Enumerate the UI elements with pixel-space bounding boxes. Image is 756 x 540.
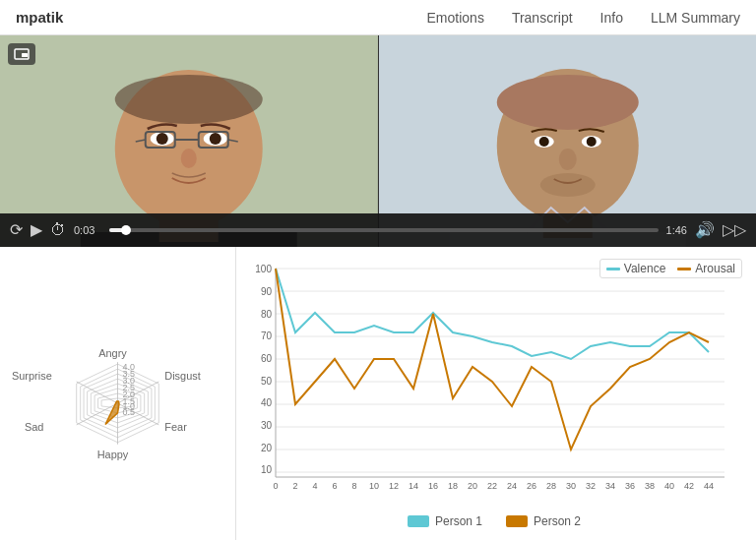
svg-text:2: 2 — [292, 481, 297, 491]
svg-text:100: 100 — [255, 264, 272, 274]
legend-arousal: Arousal — [677, 262, 735, 275]
person2-color-box — [506, 515, 528, 527]
svg-text:24: 24 — [507, 481, 517, 491]
svg-text:Surprise: Surprise — [12, 370, 52, 382]
progress-fill — [109, 228, 126, 232]
person-legend: Person 1 Person 2 — [244, 514, 744, 528]
app-logo: mpatik — [16, 9, 63, 26]
svg-text:36: 36 — [625, 481, 635, 491]
header: mpatik Emotions Transcript Info LLM Summ… — [0, 0, 756, 35]
svg-point-9 — [157, 133, 168, 145]
svg-text:40: 40 — [664, 481, 674, 491]
progress-thumb — [121, 225, 131, 235]
svg-text:44: 44 — [704, 481, 714, 491]
svg-text:90: 90 — [261, 286, 273, 297]
legend-person1: Person 1 — [408, 514, 482, 528]
person1-color-box — [408, 515, 429, 527]
svg-text:70: 70 — [261, 330, 273, 341]
svg-point-16 — [181, 149, 197, 168]
svg-text:30: 30 — [261, 420, 273, 431]
svg-text:Fear: Fear — [164, 421, 187, 433]
valence-label: Valence — [624, 262, 665, 275]
svg-text:Angry: Angry — [98, 347, 127, 359]
svg-point-24 — [496, 75, 638, 130]
svg-text:22: 22 — [487, 481, 497, 491]
svg-point-30 — [539, 173, 595, 197]
svg-text:28: 28 — [546, 481, 556, 491]
legend-valence: Valence — [606, 262, 665, 275]
svg-point-27 — [538, 137, 548, 147]
progress-bar[interactable] — [109, 228, 659, 232]
svg-text:14: 14 — [409, 481, 418, 491]
svg-text:26: 26 — [527, 481, 536, 491]
svg-text:20: 20 — [261, 443, 273, 453]
svg-text:4: 4 — [312, 481, 317, 491]
bottom-panels: 4.0 3.5 3.0 2.5 2.0 1.5 1.0 0.5 Angry Di… — [0, 247, 756, 540]
fullscreen-button[interactable]: ▷▷ — [723, 222, 746, 238]
legend-person2: Person 2 — [506, 514, 581, 528]
person2-label: Person 2 — [534, 514, 581, 528]
arousal-color-dot — [677, 268, 691, 270]
svg-point-29 — [558, 149, 576, 170]
svg-text:Sad: Sad — [25, 421, 43, 433]
svg-text:32: 32 — [586, 481, 596, 491]
pip-icon — [14, 46, 30, 62]
svg-rect-18 — [22, 53, 28, 57]
svg-point-10 — [210, 133, 221, 145]
svg-text:80: 80 — [261, 309, 273, 320]
svg-text:6: 6 — [332, 481, 337, 491]
play-button[interactable]: ▶ — [31, 222, 42, 238]
main-nav: Emotions Transcript Info LLM Summary — [427, 6, 740, 30]
nav-llm-summary[interactable]: LLM Summary — [651, 6, 740, 30]
svg-text:12: 12 — [389, 481, 399, 491]
svg-text:10: 10 — [261, 464, 273, 475]
svg-text:0.5: 0.5 — [122, 407, 134, 417]
svg-text:Happy: Happy — [97, 449, 129, 460]
svg-text:16: 16 — [428, 481, 438, 491]
svg-text:0: 0 — [273, 481, 278, 491]
line-chart-panel: Valence Arousal 100 90 80 70 60 50 40 30… — [236, 247, 756, 540]
radar-chart: 4.0 3.5 3.0 2.5 2.0 1.5 1.0 0.5 Angry Di… — [10, 275, 225, 511]
arousal-label: Arousal — [695, 262, 735, 275]
svg-point-6 — [115, 75, 263, 124]
svg-text:18: 18 — [448, 481, 458, 491]
svg-line-44 — [77, 382, 118, 403]
svg-text:10: 10 — [369, 481, 379, 491]
svg-text:30: 30 — [566, 481, 576, 491]
video-section: ⟳ ▶ ⏱ 0:03 1:46 🔊 ▷▷ — [0, 35, 756, 247]
line-chart-svg: 100 90 80 70 60 50 40 30 20 10 — [244, 261, 726, 507]
pip-button[interactable] — [8, 43, 35, 65]
svg-point-28 — [586, 137, 596, 147]
radar-panel: 4.0 3.5 3.0 2.5 2.0 1.5 1.0 0.5 Angry Di… — [0, 247, 236, 540]
chart-legend: Valence Arousal — [599, 259, 742, 278]
svg-text:40: 40 — [261, 397, 273, 408]
end-time: 1:46 — [666, 224, 687, 236]
valence-color-dot — [606, 268, 620, 270]
person1-label: Person 1 — [435, 514, 482, 528]
nav-transcript[interactable]: Transcript — [512, 6, 573, 30]
svg-text:Disgust: Disgust — [164, 370, 200, 382]
svg-text:50: 50 — [261, 376, 273, 387]
restart-button[interactable]: ⟳ — [10, 222, 23, 238]
svg-text:8: 8 — [351, 481, 356, 491]
current-time: 0:03 — [74, 224, 101, 236]
svg-text:20: 20 — [468, 481, 477, 491]
timer-button[interactable]: ⏱ — [50, 222, 66, 238]
svg-text:60: 60 — [261, 353, 273, 364]
video-controls: ⟳ ▶ ⏱ 0:03 1:46 🔊 ▷▷ — [0, 213, 756, 247]
svg-text:34: 34 — [605, 481, 615, 491]
svg-text:42: 42 — [684, 481, 694, 491]
svg-text:38: 38 — [645, 481, 655, 491]
volume-button[interactable]: 🔊 — [695, 222, 715, 238]
nav-info[interactable]: Info — [600, 6, 623, 30]
nav-emotions[interactable]: Emotions — [427, 6, 484, 30]
